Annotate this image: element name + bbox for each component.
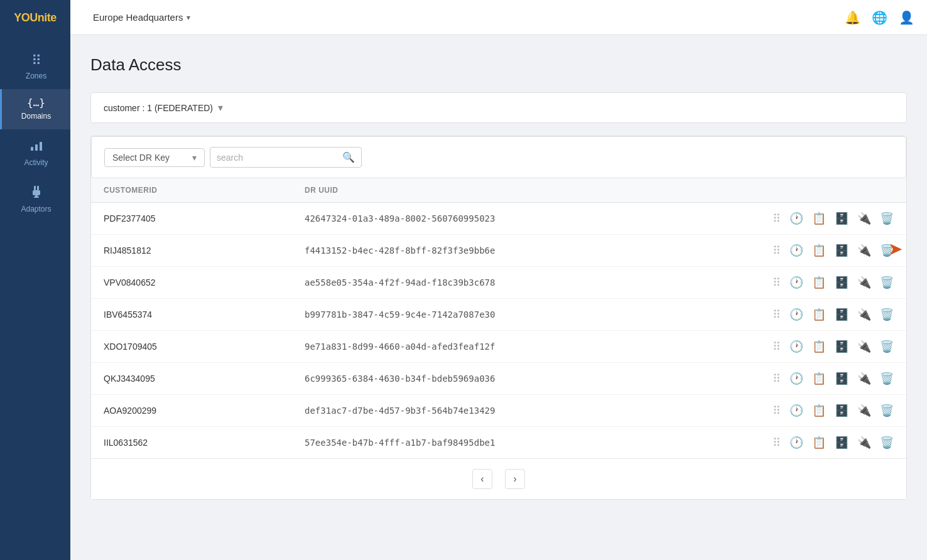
database-icon[interactable]: 🗄️ [835, 404, 848, 417]
data-table-block: Select DR Key ▾ 🔍 CUSTOMERID DR UUID PDF… [90, 136, 907, 500]
sidebar-item-zones[interactable]: ⠿ Zones [0, 45, 70, 89]
cell-customerid: IBV6455374 [104, 310, 305, 320]
delete-icon[interactable]: 🗑️ [880, 244, 894, 257]
cell-customerid: VPV0840652 [104, 277, 305, 288]
svg-rect-0 [31, 147, 33, 151]
plugin-icon[interactable]: 🔌 [857, 276, 871, 289]
history-icon[interactable]: 🕐 [789, 244, 803, 257]
history-icon[interactable]: 🕐 [789, 372, 803, 385]
copy-icon[interactable]: 📋 [812, 276, 826, 289]
cell-customerid: PDF2377405 [104, 213, 305, 223]
search-icon[interactable]: 🔍 [342, 151, 355, 163]
copy-icon[interactable]: 📋 [812, 436, 826, 450]
plugin-icon[interactable]: 🔌 [857, 340, 871, 353]
plugin-icon[interactable]: 🔌 ➤ [857, 244, 871, 257]
database-icon[interactable]: 🗄️ [835, 372, 848, 385]
org-selector[interactable]: Europe Headquarters ▾ [93, 12, 190, 23]
customer-selector-block: customer : 1 (FEDERATED) ▾ [90, 92, 907, 123]
sidebar-item-adaptors[interactable]: Adaptors [0, 176, 70, 222]
more-icon[interactable]: ⠿ [772, 340, 781, 353]
database-icon[interactable]: 🗄️ [835, 212, 848, 225]
cell-customerid: QKJ3434095 [104, 374, 305, 384]
history-icon[interactable]: 🕐 [789, 340, 803, 353]
copy-icon[interactable]: 📋 [812, 212, 826, 225]
plugin-icon[interactable]: 🔌 [857, 436, 871, 450]
next-page-button[interactable]: › [505, 469, 525, 489]
cell-druuid: 6c999365-6384-4630-b34f-bdeb5969a036 [305, 374, 772, 384]
cell-druuid: 9e71a831-8d99-4660-a04d-afed3feaf12f [305, 342, 772, 352]
row-actions: ⠿ 🕐 📋 🗄️ 🔌 🗑️ [772, 404, 894, 417]
cell-customerid: AOA9200299 [104, 406, 305, 416]
row-actions: ⠿ 🕐 📋 🗄️ 🔌 ➤ 🗑️ [772, 244, 894, 257]
org-name: Europe Headquarters [93, 12, 183, 23]
cell-druuid: 57ee354e-b47b-4fff-a1b7-baf98495dbe1 [305, 438, 772, 448]
sidebar-item-activity[interactable]: Activity [0, 129, 70, 176]
table-row: PDF2377405 42647324-01a3-489a-8002-56076… [91, 203, 906, 235]
delete-icon[interactable]: 🗑️ [880, 212, 894, 225]
database-icon[interactable]: 🗄️ [835, 308, 848, 321]
more-icon[interactable]: ⠿ [772, 404, 781, 417]
user-icon[interactable]: 👤 [899, 10, 914, 25]
delete-icon[interactable]: 🗑️ [880, 404, 894, 417]
svg-rect-3 [34, 186, 36, 190]
filter-bar: Select DR Key ▾ 🔍 [91, 136, 906, 178]
globe-icon[interactable]: 🌐 [872, 10, 887, 25]
copy-icon[interactable]: 📋 [812, 308, 826, 321]
table-row: IIL0631562 57ee354e-b47b-4fff-a1b7-baf98… [91, 427, 906, 458]
database-icon[interactable]: 🗄️ [835, 276, 848, 289]
svg-rect-4 [37, 186, 39, 190]
table-row: XDO1709405 9e71a831-8d99-4660-a04d-afed3… [91, 331, 906, 363]
history-icon[interactable]: 🕐 [789, 212, 803, 225]
logo-text: YOUnite [14, 11, 57, 24]
search-input-wrap: 🔍 [210, 147, 362, 168]
plugin-icon[interactable]: 🔌 [857, 212, 871, 225]
history-icon[interactable]: 🕐 [789, 308, 803, 321]
plugin-icon[interactable]: 🔌 [857, 308, 871, 321]
more-icon[interactable]: ⠿ [772, 212, 781, 225]
more-icon[interactable]: ⠿ [772, 436, 781, 450]
sidebar-item-label: Adaptors [21, 205, 51, 213]
table-row: IBV6455374 b997781b-3847-4c59-9c4e-7142a… [91, 299, 906, 331]
delete-icon[interactable]: 🗑️ [880, 276, 894, 289]
copy-icon[interactable]: 📋 [812, 340, 826, 353]
dr-key-dropdown[interactable]: Select DR Key ▾ [104, 148, 205, 167]
bell-icon[interactable]: 🔔 [845, 10, 860, 25]
column-customerid: CUSTOMERID [104, 186, 305, 195]
delete-icon[interactable]: 🗑️ [880, 340, 894, 353]
row-actions: ⠿ 🕐 📋 🗄️ 🔌 🗑️ [772, 436, 894, 450]
logo: YOUnite [0, 0, 70, 35]
copy-icon[interactable]: 📋 [812, 404, 826, 417]
more-icon[interactable]: ⠿ [772, 244, 781, 257]
more-icon[interactable]: ⠿ [772, 372, 781, 385]
database-icon[interactable]: 🗄️ [835, 244, 848, 257]
sidebar-item-label: Zones [26, 72, 46, 80]
topnav: YOUnite Europe Headquarters ▾ 🔔 🌐 👤 [0, 0, 927, 35]
database-icon[interactable]: 🗄️ [835, 436, 848, 450]
table-row: AOA9200299 def31ac7-d7be-4d57-9b3f-564b7… [91, 395, 906, 427]
history-icon[interactable]: 🕐 [789, 276, 803, 289]
cell-customerid: RIJ4851812 [104, 245, 305, 256]
plugin-icon[interactable]: 🔌 [857, 404, 871, 417]
table-row: QKJ3434095 6c999365-6384-4630-b34f-bdeb5… [91, 363, 906, 395]
copy-icon[interactable]: 📋 [812, 244, 826, 257]
cell-customerid: IIL0631562 [104, 438, 305, 448]
cell-druuid: def31ac7-d7be-4d57-9b3f-564b74e13429 [305, 406, 772, 416]
search-input[interactable] [217, 153, 342, 163]
more-icon[interactable]: ⠿ [772, 308, 781, 321]
copy-icon[interactable]: 📋 [812, 372, 826, 385]
zones-icon: ⠿ [31, 54, 41, 68]
cell-druuid: f4413152-b4ec-428f-8bff-82f3f3e9bb6e [305, 245, 772, 256]
delete-icon[interactable]: 🗑️ [880, 436, 894, 450]
svg-rect-1 [35, 144, 38, 151]
delete-icon[interactable]: 🗑️ [880, 372, 894, 385]
sidebar-item-domains[interactable]: {…} Domains [0, 89, 70, 129]
topnav-icons: 🔔 🌐 👤 [845, 10, 914, 25]
customer-chevron-icon[interactable]: ▾ [218, 102, 223, 114]
prev-page-button[interactable]: ‹ [472, 469, 492, 489]
plugin-icon[interactable]: 🔌 [857, 372, 871, 385]
history-icon[interactable]: 🕐 [789, 436, 803, 450]
history-icon[interactable]: 🕐 [789, 404, 803, 417]
more-icon[interactable]: ⠿ [772, 276, 781, 289]
database-icon[interactable]: 🗄️ [835, 340, 848, 353]
delete-icon[interactable]: 🗑️ [880, 308, 894, 321]
